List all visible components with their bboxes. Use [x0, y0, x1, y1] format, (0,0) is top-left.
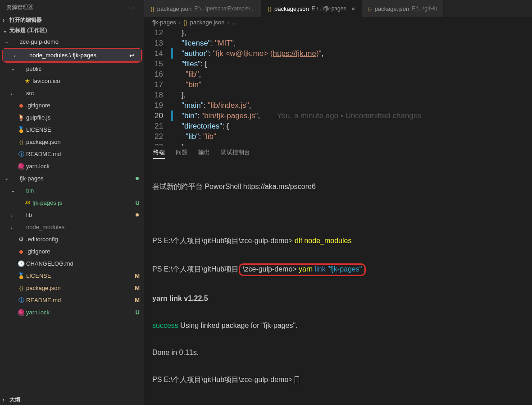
breadcrumb[interactable]: fjk-pages › {} package.json › ...	[144, 17, 532, 28]
file-item[interactable]: 🕓CHANGELOG.md	[0, 258, 144, 270]
gear-icon: ⚙	[17, 236, 25, 243]
more-actions-icon[interactable]: ···	[130, 4, 138, 11]
panel-tab[interactable]: 输出	[198, 148, 210, 159]
braces-icon: {}	[183, 19, 187, 26]
folder-item[interactable]: ›src	[0, 87, 144, 99]
file-item[interactable]: 🏅LICENSE	[0, 124, 144, 136]
editor-tab[interactable]: {}package.jsonE:\...\fjk-pages×	[261, 0, 362, 17]
open-editors-section[interactable]: › 打开的编辑器	[0, 15, 144, 25]
file-item[interactable]: ★favicon.ico	[0, 75, 144, 87]
scm-badge: M	[135, 297, 140, 304]
panel-tab[interactable]: 终端	[153, 148, 165, 159]
explorer-sidebar: 资源管理器 ··· › 打开的编辑器 ⌄ 无标题 (工作区) ⌄zce-gulp…	[0, 0, 144, 405]
file-item[interactable]: ⓘREADME.mdM	[0, 294, 144, 306]
file-tree: ⌄zce-gulp-demo›node_modules \ fjk-pages↩…	[0, 36, 144, 395]
tab-title: package.json	[375, 5, 409, 12]
editor-group: {}package.jsonE:\...\personalExample\...…	[144, 0, 532, 405]
file-item[interactable]: 🏅LICENSEM	[0, 270, 144, 282]
item-label: yarn.lock	[26, 309, 136, 316]
chevron-icon: ›	[11, 91, 17, 96]
chevron-right-icon: ›	[179, 19, 181, 26]
chevron-icon: ›	[11, 225, 17, 230]
folder-item[interactable]: ⌄zce-gulp-demo	[0, 36, 144, 48]
git-icon: ◆	[17, 102, 25, 109]
terminal-line: PS E:\个人项目\gitHub项目\zce-gulp-demo> yarn …	[152, 263, 524, 276]
js-icon: JS	[23, 200, 32, 205]
file-item[interactable]: 🧶yarn.lockU	[0, 306, 144, 318]
item-label: .editorconfig	[26, 236, 144, 243]
file-item[interactable]: ⚙.editorconfig	[0, 233, 144, 245]
tab-title: package.json	[157, 5, 192, 12]
panel-tab[interactable]: 问题	[176, 148, 187, 159]
workspace-section[interactable]: ⌄ 无标题 (工作区)	[0, 25, 144, 36]
editor-tab[interactable]: {}package.jsonE:\...\gitHu	[362, 0, 444, 17]
terminal[interactable]: 尝试新的跨平台 PowerShell https://aka.ms/pscore…	[144, 161, 532, 405]
item-label: zce-gulp-demo	[20, 38, 144, 45]
symlink-icon: ↩	[129, 52, 135, 59]
item-label: public	[26, 65, 144, 72]
folder-item[interactable]: ›node_modules	[0, 221, 144, 233]
open-editors-label: 打开的编辑器	[9, 16, 42, 24]
folder-item[interactable]: ›lib	[0, 209, 144, 221]
info-icon: ⓘ	[17, 150, 25, 158]
file-item[interactable]: ◆.gitignore	[0, 99, 144, 111]
gulp-icon: 🍹	[17, 114, 25, 121]
item-label: CHANGELOG.md	[26, 260, 144, 267]
file-item[interactable]: 🧶yarn.lock	[0, 160, 144, 172]
terminal-line: success Using linked package for "fjk-pa…	[152, 321, 524, 330]
breadcrumb-file: package.json	[190, 19, 225, 26]
terminal-line: Done in 0.11s.	[152, 348, 524, 357]
item-label: src	[26, 90, 144, 97]
braces-icon: {}	[268, 5, 272, 12]
item-label: node_modules	[26, 224, 144, 230]
chevron-right-icon: ›	[3, 397, 9, 403]
item-label: node_modules \ fjk-pages	[29, 52, 141, 59]
terminal-line: PS E:\个人项目\gitHub项目\zce-gulp-demo>	[152, 375, 524, 384]
folder-item[interactable]: ⌄fjk-pages	[0, 172, 144, 184]
close-icon[interactable]: ×	[351, 5, 355, 12]
braces-icon: {}	[17, 285, 25, 291]
scm-badge: M	[135, 272, 140, 279]
line-numbers: 1213141516171819202122232425262728293031	[144, 28, 171, 146]
info-icon: ⓘ	[17, 296, 25, 304]
status-dot	[136, 177, 139, 180]
status-dot	[136, 213, 139, 216]
tab-path: E:\...\personalExample\...	[194, 5, 255, 12]
item-label: LICENSE	[26, 126, 144, 133]
editor-tabs: {}package.jsonE:\...\personalExample\...…	[144, 0, 532, 17]
item-label: README.md	[26, 151, 144, 157]
code-editor[interactable]: 1213141516171819202122232425262728293031…	[144, 28, 532, 146]
file-item[interactable]: JSfjk-pages.jsU	[0, 197, 144, 209]
scm-badge: U	[136, 199, 140, 206]
outline-section[interactable]: › 大纲	[0, 395, 144, 405]
folder-item[interactable]: ⌄public	[0, 63, 144, 75]
terminal-line	[152, 209, 524, 218]
item-label: .gitignore	[26, 248, 144, 255]
chevron-icon: ⌄	[11, 66, 17, 72]
file-item[interactable]: ⓘREADME.md	[0, 148, 144, 160]
folder-item[interactable]: ⌄bin	[0, 184, 144, 197]
terminal-line: 尝试新的跨平台 PowerShell https://aka.ms/pscore…	[152, 182, 524, 191]
file-item[interactable]: ◆.gitignore	[0, 245, 144, 258]
file-item[interactable]: 🍹gulpfile.js	[0, 111, 144, 124]
braces-icon: {}	[17, 138, 25, 145]
editor-tab[interactable]: {}package.jsonE:\...\personalExample\...	[144, 0, 261, 17]
folder-item[interactable]: ›node_modules \ fjk-pages↩	[3, 49, 141, 61]
code-content[interactable]: }, "license": "MIT", "author": "fjk <w@f…	[173, 28, 532, 146]
workspace-label: 无标题 (工作区)	[9, 27, 47, 34]
cursor-icon	[295, 376, 299, 384]
yarn-icon: 🧶	[17, 309, 25, 316]
bottom-panel: 终端问题输出调试控制台 尝试新的跨平台 PowerShell https://a…	[144, 146, 532, 405]
scm-badge: U	[136, 309, 140, 316]
breadcrumb-root: fjk-pages	[152, 19, 176, 26]
star-icon: ★	[23, 78, 32, 84]
file-item[interactable]: {}package.json	[0, 136, 144, 148]
item-label: favicon.ico	[32, 78, 144, 84]
cert-icon: 🏅	[17, 272, 25, 279]
chevron-icon: ⌄	[11, 188, 17, 193]
file-item[interactable]: {}package.jsonM	[0, 282, 144, 294]
item-label: gulpfile.js	[26, 114, 144, 121]
chevron-right-icon: ›	[3, 17, 9, 23]
panel-tab[interactable]: 调试控制台	[221, 148, 250, 159]
chevron-icon: ⌄	[5, 175, 11, 181]
